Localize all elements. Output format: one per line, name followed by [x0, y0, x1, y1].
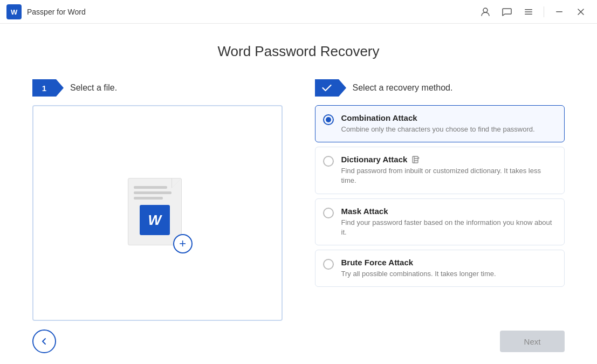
option-dictionary[interactable]: Dictionary Attack Find password from inb… [315, 147, 565, 194]
title-bar-separator [544, 6, 544, 17]
doc-line-2 [134, 191, 171, 194]
radio-inner-combination [326, 117, 331, 122]
add-file-icon: + [173, 234, 193, 253]
step-one-label: Select a file. [70, 83, 117, 93]
title-bar: W Passper for Word [0, 0, 597, 24]
bottom-bar: Next [0, 321, 597, 364]
option-bruteforce-title: Brute Force Attack [341, 258, 496, 267]
option-mask-title: Mask Attack [341, 207, 556, 216]
app-title: Passper for Word [27, 8, 86, 16]
svg-point-2 [483, 8, 488, 12]
doc-line-1 [134, 186, 167, 189]
close-button[interactable] [571, 3, 591, 20]
back-button[interactable] [32, 329, 56, 353]
radio-dictionary [323, 156, 334, 167]
panels: 1 Select a file. W [32, 79, 565, 321]
doc-fold-inner [172, 178, 181, 188]
svg-rect-7 [413, 156, 418, 163]
option-bruteforce[interactable]: Brute Force Attack Try all possible comb… [315, 250, 565, 287]
step-badge: 1 [32, 79, 64, 97]
svg-rect-6 [556, 11, 562, 12]
title-bar-left: W Passper for Word [6, 4, 86, 19]
window-controls [476, 3, 591, 20]
option-mask-desc: Find your password faster based on the i… [341, 218, 556, 237]
right-panel: Select a recovery method. Combination At… [315, 79, 565, 321]
doc-lines [134, 186, 176, 202]
chat-button[interactable] [497, 3, 517, 20]
option-bruteforce-text: Brute Force Attack Try all possible comb… [341, 258, 496, 279]
file-drop-zone[interactable]: W + [32, 105, 283, 321]
option-combination[interactable]: Combination Attack Combine only the char… [315, 105, 565, 142]
option-bruteforce-desc: Try all possible combinations. It takes … [341, 269, 496, 279]
step-number: 1 [32, 79, 56, 97]
left-panel: 1 Select a file. W [32, 79, 283, 321]
radio-combination [323, 114, 334, 125]
step-two-label: Select a recovery method. [353, 83, 453, 93]
doc-line-3 [134, 197, 163, 200]
svg-rect-5 [525, 13, 532, 15]
doc-page: W [128, 178, 182, 245]
menu-button[interactable] [519, 3, 538, 20]
option-dictionary-text: Dictionary Attack Find password from inb… [341, 155, 556, 186]
option-dictionary-title: Dictionary Attack [341, 155, 556, 164]
option-combination-title: Combination Attack [341, 113, 535, 122]
svg-rect-3 [525, 9, 532, 10]
option-mask-text: Mask Attack Find your password faster ba… [341, 207, 556, 237]
step-two-header: Select a recovery method. [315, 79, 565, 97]
option-dictionary-desc: Find password from inbuilt or customized… [341, 166, 556, 186]
step-check-arrow [339, 79, 346, 97]
recovery-options: Combination Attack Combine only the char… [315, 105, 565, 287]
step-check-badge [315, 79, 346, 97]
svg-rect-4 [525, 11, 532, 12]
minimize-button[interactable] [550, 3, 569, 20]
option-combination-text: Combination Attack Combine only the char… [341, 113, 535, 134]
radio-mask [323, 208, 334, 218]
word-badge: W [140, 205, 170, 235]
next-button[interactable]: Next [500, 331, 565, 352]
account-button[interactable] [476, 3, 495, 20]
word-doc-icon: W + [128, 178, 187, 248]
page-title: Word Password Recovery [32, 43, 565, 60]
dictionary-icon [411, 155, 420, 164]
svg-text:W: W [11, 8, 18, 16]
option-combination-desc: Combine only the characters you choose t… [341, 125, 535, 134]
main-content: Word Password Recovery 1 Select a file. [0, 24, 597, 321]
option-mask[interactable]: Mask Attack Find your password faster ba… [315, 198, 565, 245]
step-check [315, 79, 339, 97]
app-icon: W [6, 4, 22, 19]
radio-bruteforce [323, 259, 334, 270]
step-arrow [56, 79, 64, 97]
step-one-header: 1 Select a file. [32, 79, 283, 97]
